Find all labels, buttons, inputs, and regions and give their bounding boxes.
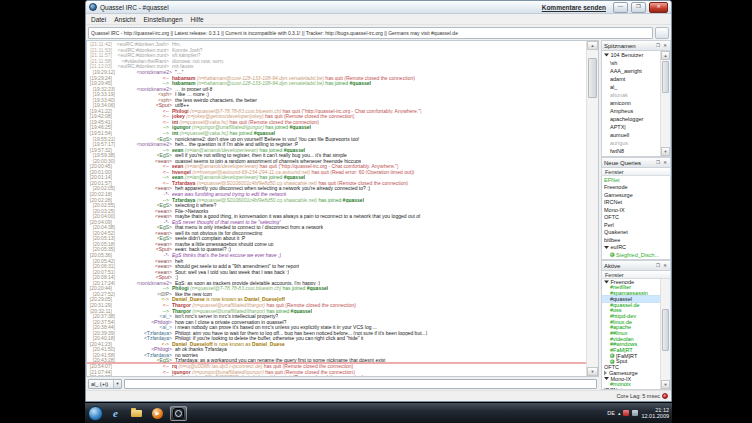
scroll-down-icon[interactable]: ▼ bbox=[661, 380, 670, 389]
chat-line: [21:08:59]<--Lovie (n=dave0@p54908F1E.di… bbox=[87, 374, 586, 376]
quassel-taskbar-icon[interactable] bbox=[170, 406, 187, 421]
query-buffer-label: bitlbee bbox=[604, 236, 620, 244]
nick-selector[interactable]: al_ (+i) ▼ bbox=[88, 379, 122, 389]
query-buffer-label: Quakenet bbox=[604, 229, 628, 237]
event-text: has quit (Remote closed the connection) bbox=[264, 363, 354, 369]
active-dock-title: Aktive bbox=[604, 263, 620, 269]
tray-clock[interactable]: 21:12 12.01.2009 bbox=[641, 407, 669, 420]
nick-adamt[interactable]: adamt bbox=[602, 75, 660, 83]
sender-column: <-- bbox=[114, 374, 169, 376]
query-buffer-oftc[interactable]: OFTC bbox=[602, 214, 670, 222]
expander-closed-icon[interactable] bbox=[604, 370, 607, 375]
query-buffer-gamesurge[interactable]: Gamesurge bbox=[602, 191, 670, 199]
chat-scroll-thumb[interactable] bbox=[588, 58, 597, 98]
expander-open-icon[interactable] bbox=[604, 377, 609, 380]
title-bar[interactable]: Quassel IRC - #quassel Kommentare senden… bbox=[86, 1, 671, 14]
chat-scroll-track[interactable] bbox=[587, 50, 598, 367]
security-tray-icon[interactable] bbox=[623, 410, 629, 416]
queries-column-header[interactable]: Fenster bbox=[601, 168, 671, 176]
queries-body: EFNetFreenodeGamesurgeIRCNetMono-IXOFTCP… bbox=[601, 176, 671, 260]
language-indicator[interactable]: DE bbox=[607, 410, 615, 416]
maximize-button[interactable]: ❐ bbox=[631, 2, 646, 13]
event-nick: Lovie bbox=[172, 374, 186, 376]
nick-aaa-awright[interactable]: AAA_awright bbox=[602, 67, 660, 75]
chevron-down-icon[interactable]: ▼ bbox=[113, 380, 121, 388]
query-buffer-euirc[interactable]: euIRC bbox=[602, 244, 670, 252]
active-column-header[interactable]: Fenster bbox=[601, 271, 671, 279]
nicklist-scroll-thumb[interactable] bbox=[662, 61, 669, 93]
event-text: has joined bbox=[318, 197, 341, 203]
nick-104-benutzer[interactable]: 104 Benutzer bbox=[602, 51, 660, 59]
nick-aumuell[interactable]: aumuell bbox=[602, 131, 660, 139]
active-scroll-track[interactable] bbox=[661, 279, 670, 380]
close-button[interactable]: ✕ bbox=[649, 2, 668, 13]
chat-scrollbar[interactable]: ▲ ▼ bbox=[586, 41, 598, 376]
query-buffer-efnet[interactable]: EFNet bbox=[602, 176, 670, 184]
scroll-up-icon[interactable]: ▲ bbox=[661, 51, 670, 60]
nick-aurigus[interactable]: aurigus bbox=[602, 139, 660, 147]
nick-amiconn[interactable]: amiconn bbox=[602, 99, 660, 107]
nick-label: altunak bbox=[610, 91, 628, 99]
queries-dock-header[interactable]: Neue Queries ❐ ✕ bbox=[601, 157, 671, 168]
nick-altunak[interactable]: altunak bbox=[602, 91, 660, 99]
message-input[interactable] bbox=[124, 379, 597, 389]
nick-apachelogger[interactable]: apachelogger bbox=[602, 115, 660, 123]
query-buffer-quakenet[interactable]: Quakenet bbox=[602, 229, 670, 237]
event-hostmask: (n=habamam@cust-128-133-108-94.dyn.versa… bbox=[197, 80, 326, 86]
query-buffer-siegfried-disch-[interactable]: Siegfried_Disch... bbox=[602, 251, 670, 259]
message-text: rq (n=rq@c0098r.las.dp3.t-ipconnect.de) … bbox=[172, 363, 353, 369]
active-buffer-ircnet[interactable]: IRCNet bbox=[602, 387, 660, 389]
input-row: al_ (+i) ▼ bbox=[86, 377, 599, 390]
topic-expand-button[interactable] bbox=[655, 27, 669, 39]
nick-fwtn8[interactable]: fwtN8 bbox=[602, 147, 660, 155]
query-buffer-ircnet[interactable]: IRCNet bbox=[602, 199, 670, 207]
menu-hilfe[interactable]: Hilfe bbox=[191, 16, 204, 23]
query-buffer-freenode[interactable]: Freenode bbox=[602, 184, 670, 192]
minimize-button[interactable]: — bbox=[613, 2, 628, 13]
scroll-up-icon[interactable]: ▲ bbox=[587, 41, 598, 50]
menu-einstellungen[interactable]: Einstellungen bbox=[144, 16, 183, 23]
feedback-link[interactable]: Kommentare senden bbox=[542, 4, 606, 11]
expander-open-icon[interactable] bbox=[604, 54, 609, 57]
menu-datei[interactable]: Datei bbox=[91, 16, 106, 23]
nicklist-dock: Spitznamen ❐ ✕ 104 Benutzer\shAAA_awrigh… bbox=[601, 40, 671, 157]
core-connection-icon[interactable] bbox=[662, 393, 668, 399]
windows-taskbar: e ▶ DE ▴ 21:12 12.01.2009 bbox=[85, 402, 672, 423]
nicklist-scroll-track[interactable] bbox=[661, 60, 670, 147]
internet-explorer-icon[interactable]: e bbox=[107, 406, 124, 421]
expander-open-icon[interactable] bbox=[604, 246, 609, 249]
dock-float-close-icons[interactable]: ❐ ✕ bbox=[656, 263, 668, 268]
nicklist-body: 104 Benutzer\shAAA_awrightadamtal_altuna… bbox=[601, 51, 671, 157]
network-tray-icon[interactable] bbox=[632, 410, 638, 416]
nicklist-dock-header[interactable]: Spitznamen ❐ ✕ bbox=[601, 40, 671, 51]
dock-float-close-icons[interactable]: ❐ ✕ bbox=[656, 160, 668, 165]
start-orb-icon[interactable] bbox=[88, 406, 103, 421]
nick-label: Ampheus bbox=[610, 107, 633, 115]
query-buffer-mono-ix[interactable]: Mono-IX bbox=[602, 206, 670, 214]
query-buffer-perl[interactable]: Perl bbox=[602, 221, 670, 229]
dock-float-close-icons[interactable]: ❐ ✕ bbox=[656, 43, 668, 48]
sender: <-- bbox=[163, 374, 169, 376]
nicklist-scrollbar[interactable]: ▲ ▼ bbox=[660, 51, 670, 156]
expander-open-icon[interactable] bbox=[604, 280, 609, 283]
tray-expand-icon[interactable]: ▴ bbox=[618, 410, 621, 416]
topic-bar: Quassel IRC - http://quassel-irc.org || … bbox=[86, 25, 671, 40]
menu-ansicht[interactable]: Ansicht bbox=[114, 16, 135, 23]
nick-ampheus[interactable]: Ampheus bbox=[602, 107, 660, 115]
chat-panel: [21:11:42]<euIRC:#donken:Josh>Hm.[21:11:… bbox=[86, 40, 599, 377]
nick-al-[interactable]: al_ bbox=[602, 83, 660, 91]
explorer-folder-icon[interactable] bbox=[128, 406, 145, 421]
nick-aptx-[interactable]: APTX| bbox=[602, 123, 660, 131]
topic-input[interactable]: Quassel IRC - http://quassel-irc.org || … bbox=[88, 27, 653, 39]
active-scrollbar[interactable]: ▼ bbox=[660, 279, 670, 389]
query-buffer-bitlbee[interactable]: bitlbee bbox=[602, 236, 670, 244]
query-buffer-label: Mono-IX bbox=[604, 206, 625, 214]
active-dock-header[interactable]: Aktive ❐ ✕ bbox=[601, 260, 671, 271]
desktop-screen: Quassel IRC - #quassel Kommentare senden… bbox=[85, 0, 672, 423]
system-tray: DE ▴ 21:12 12.01.2009 bbox=[607, 407, 669, 420]
scroll-down-icon[interactable]: ▼ bbox=[661, 147, 670, 156]
active-scroll-thumb[interactable] bbox=[662, 309, 669, 351]
nick--sh[interactable]: \sh bbox=[602, 59, 660, 67]
media-player-icon[interactable]: ▶ bbox=[149, 406, 166, 421]
scroll-down-icon[interactable]: ▼ bbox=[587, 367, 598, 376]
